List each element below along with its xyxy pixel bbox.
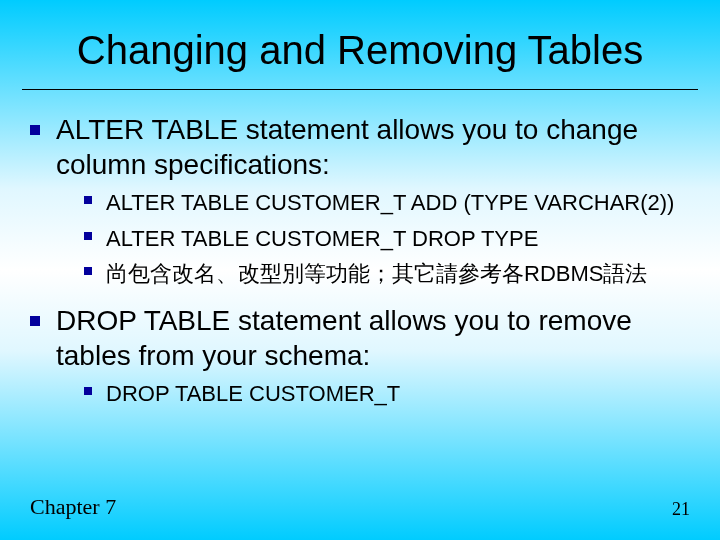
chapter-label: Chapter 7: [30, 494, 116, 520]
bullet-icon: [30, 125, 40, 135]
bullet-icon: [84, 267, 92, 275]
slide: Changing and Removing Tables ALTER TABLE…: [0, 0, 720, 540]
sub-bullet-item: ALTER TABLE CUSTOMER_T DROP TYPE: [84, 224, 690, 254]
sub-bullet-text: DROP TABLE CUSTOMER_T: [106, 379, 400, 409]
sub-bullet-item: ALTER TABLE CUSTOMER_T ADD (TYPE VARCHAR…: [84, 188, 690, 218]
bullet-text: ALTER TABLE statement allows you to chan…: [56, 112, 690, 182]
sub-bullet-text: ALTER TABLE CUSTOMER_T ADD (TYPE VARCHAR…: [106, 188, 674, 218]
content-area: ALTER TABLE statement allows you to chan…: [0, 90, 720, 409]
sub-bullet-text: ALTER TABLE CUSTOMER_T DROP TYPE: [106, 224, 538, 254]
bullet-text: DROP TABLE statement allows you to remov…: [56, 303, 690, 373]
slide-title: Changing and Removing Tables: [0, 0, 720, 81]
page-number: 21: [672, 499, 690, 520]
sub-bullet-item: DROP TABLE CUSTOMER_T: [84, 379, 690, 409]
footer: Chapter 7 21: [30, 494, 690, 520]
sub-bullet-text: 尚包含改名、改型別等功能；其它請參考各RDBMS語法: [106, 259, 647, 289]
bullet-icon: [30, 316, 40, 326]
bullet-icon: [84, 387, 92, 395]
bullet-item: DROP TABLE statement allows you to remov…: [30, 303, 690, 373]
bullet-item: ALTER TABLE statement allows you to chan…: [30, 112, 690, 182]
bullet-icon: [84, 196, 92, 204]
sub-list: DROP TABLE CUSTOMER_T: [84, 379, 690, 409]
sub-list: ALTER TABLE CUSTOMER_T ADD (TYPE VARCHAR…: [84, 188, 690, 289]
bullet-icon: [84, 232, 92, 240]
sub-bullet-item: 尚包含改名、改型別等功能；其它請參考各RDBMS語法: [84, 259, 690, 289]
